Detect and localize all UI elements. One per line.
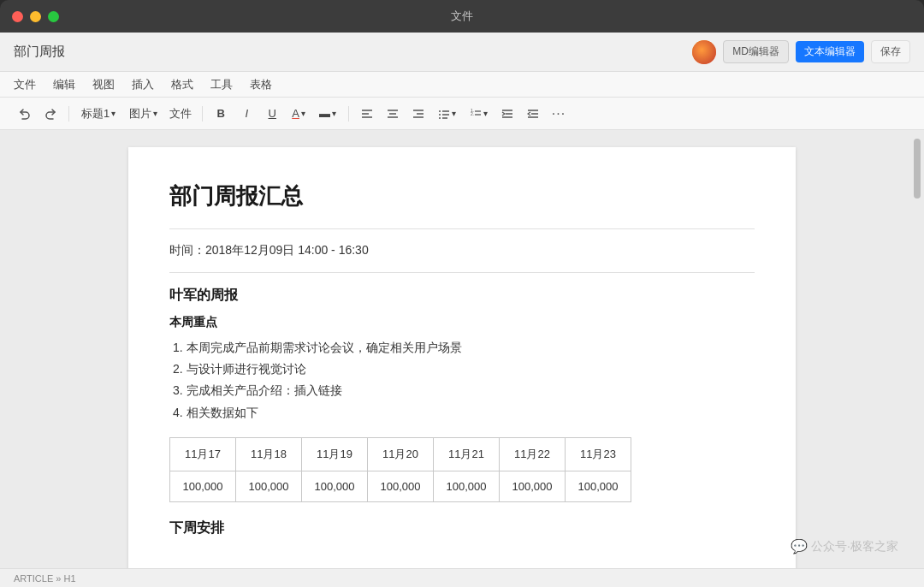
watermark: 💬 公众号·极客之家 xyxy=(791,538,898,554)
toolbar: 标题1 ▾ 图片 ▾ 文件 B I U A ▾ ▬ ▾ xyxy=(0,98,924,130)
svg-point-13 xyxy=(439,117,441,119)
underline-button[interactable]: U xyxy=(261,103,283,125)
doc-divider-1 xyxy=(169,228,755,229)
subsection1-title: 本周重点 xyxy=(169,315,755,330)
heading-dropdown[interactable]: 标题1 ▾ xyxy=(76,103,121,125)
list-ul-dropdown[interactable]: ▾ xyxy=(433,103,461,125)
table-cell: 11月21 xyxy=(434,437,500,471)
svg-text:2.: 2. xyxy=(471,111,474,116)
scrollbar-track[interactable] xyxy=(914,130,921,568)
close-traffic-light[interactable] xyxy=(12,11,23,22)
menu-table[interactable]: 表格 xyxy=(250,77,272,92)
svg-point-11 xyxy=(439,114,441,116)
table-cell: 11月20 xyxy=(368,437,434,471)
outdent-button[interactable] xyxy=(522,103,544,125)
md-editor-button[interactable]: MD编辑器 xyxy=(723,40,789,63)
data-table: 11月17 11月18 11月19 11月20 11月21 11月22 11月2… xyxy=(169,437,631,502)
header-bar: 部门周报 MD编辑器 文本编辑器 保存 xyxy=(0,33,924,72)
menu-bar: 文件 编辑 视图 插入 格式 工具 表格 xyxy=(0,72,924,98)
table-header-row: 11月17 11月18 11月19 11月20 11月21 11月22 11月2… xyxy=(170,437,631,471)
list-ol-dropdown[interactable]: 1.2. ▾ xyxy=(465,103,493,125)
table-data-row: 100,000 100,000 100,000 100,000 100,000 … xyxy=(170,471,631,501)
avatar-img xyxy=(692,40,716,64)
doc-main-title: 部门周报汇总 xyxy=(169,181,755,211)
align-right-button[interactable] xyxy=(407,103,429,125)
table-cell: 100,000 xyxy=(566,471,631,501)
heading-chevron-icon: ▾ xyxy=(111,109,116,118)
table-cell: 11月17 xyxy=(170,437,236,471)
traffic-lights xyxy=(12,11,59,22)
highlight-chevron-icon: ▾ xyxy=(332,109,336,118)
table-cell: 11月18 xyxy=(236,437,302,471)
table-cell: 11月22 xyxy=(500,437,566,471)
sep1 xyxy=(68,106,69,122)
svg-point-9 xyxy=(439,110,441,112)
indent-button[interactable] xyxy=(496,103,518,125)
menu-format[interactable]: 格式 xyxy=(171,77,193,92)
menu-edit[interactable]: 编辑 xyxy=(53,77,75,92)
list-item: 4. 相关数据如下 xyxy=(169,402,755,424)
weekly-list: 1. 本周完成产品前期需求讨论会议，确定相关用户场景 2. 与设计师进行视觉讨论… xyxy=(169,337,755,424)
status-text: ARTICLE » H1 xyxy=(14,573,76,584)
maximize-traffic-light[interactable] xyxy=(48,11,59,22)
table-cell: 100,000 xyxy=(434,471,500,501)
sep3 xyxy=(348,106,349,122)
minimize-traffic-light[interactable] xyxy=(30,11,41,22)
image-dropdown[interactable]: 图片 ▾ xyxy=(124,103,163,125)
menu-view[interactable]: 视图 xyxy=(92,77,115,92)
font-color-chevron-icon: ▾ xyxy=(301,109,305,118)
app-window: 部门周报 MD编辑器 文本编辑器 保存 文件 编辑 视图 插入 格式 工具 表格… xyxy=(0,33,924,587)
list-item: 3. 完成相关产品介绍：插入链接 xyxy=(169,380,755,401)
doc-title: 部门周报 xyxy=(14,44,65,60)
table-cell: 11月19 xyxy=(302,437,368,471)
table-cell: 100,000 xyxy=(236,471,302,501)
list-item: 1. 本周完成产品前期需求讨论会议，确定相关用户场景 xyxy=(169,337,755,359)
doc-time: 时间：2018年12月09日 14:00 - 16:30 xyxy=(169,243,755,258)
italic-button[interactable]: I xyxy=(235,103,258,125)
menu-file[interactable]: 文件 xyxy=(14,77,36,92)
image-chevron-icon: ▾ xyxy=(153,109,157,118)
bold-button[interactable]: B xyxy=(210,103,232,125)
doc-divider-2 xyxy=(169,272,755,273)
more-button[interactable]: ··· xyxy=(548,103,570,125)
menu-tools[interactable]: 工具 xyxy=(210,77,233,92)
editor-area[interactable]: 部门周报汇总 时间：2018年12月09日 14:00 - 16:30 叶军的周… xyxy=(0,130,924,568)
table-cell: 100,000 xyxy=(302,471,368,501)
window-title: 文件 xyxy=(451,9,473,24)
scrollbar-thumb[interactable] xyxy=(914,139,921,199)
table-cell: 100,000 xyxy=(500,471,566,501)
table-cell: 100,000 xyxy=(170,471,236,501)
undo-button[interactable] xyxy=(14,103,36,125)
document-page: 部门周报汇总 时间：2018年12月09日 14:00 - 16:30 叶军的周… xyxy=(128,147,796,568)
text-editor-button[interactable]: 文本编辑器 xyxy=(796,41,864,62)
sep2 xyxy=(202,106,203,122)
menu-insert[interactable]: 插入 xyxy=(132,77,154,92)
list-ol-chevron-icon: ▾ xyxy=(483,109,488,118)
redo-button[interactable] xyxy=(39,103,62,125)
status-bar: ARTICLE » H1 xyxy=(0,568,924,587)
section2-title: 下周安排 xyxy=(169,519,755,537)
align-center-button[interactable] xyxy=(382,103,404,125)
highlight-dropdown[interactable]: ▬ ▾ xyxy=(314,103,341,125)
title-bar: 文件 xyxy=(0,0,924,33)
save-button[interactable]: 保存 xyxy=(871,40,910,63)
header-right: MD编辑器 文本编辑器 保存 xyxy=(692,40,910,64)
list-ul-chevron-icon: ▾ xyxy=(452,109,456,118)
section1-title: 叶军的周报 xyxy=(169,287,755,305)
file-button[interactable]: 文件 xyxy=(166,103,195,125)
align-left-button[interactable] xyxy=(356,103,378,125)
avatar[interactable] xyxy=(692,40,716,64)
table-cell: 11月23 xyxy=(566,437,631,471)
list-item: 2. 与设计师进行视觉讨论 xyxy=(169,359,755,380)
table-cell: 100,000 xyxy=(368,471,434,501)
font-color-dropdown[interactable]: A ▾ xyxy=(287,103,311,125)
